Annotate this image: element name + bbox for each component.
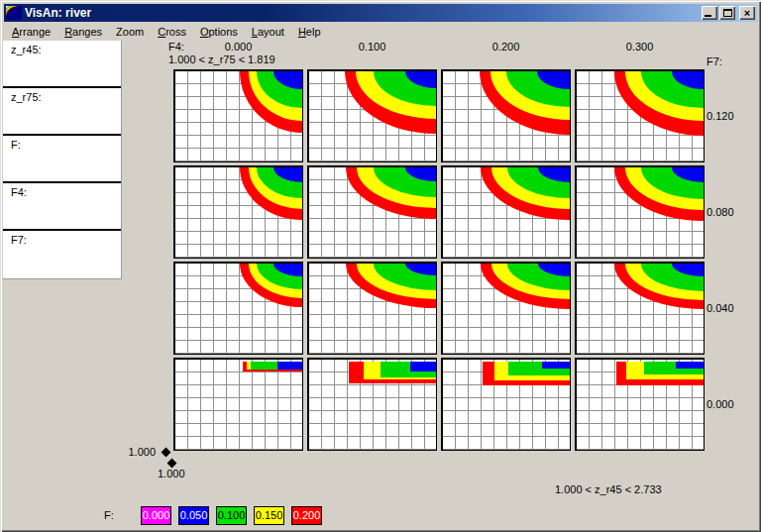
contour-plot-r4c1[interactable]	[173, 358, 303, 451]
contour-bands	[309, 71, 436, 161]
menu-item-options[interactable]: Options	[193, 24, 245, 41]
menu-item-help[interactable]: Help	[291, 24, 328, 41]
contour-bands	[577, 71, 704, 161]
contour-bands	[577, 167, 704, 258]
contour-plot-r2c1[interactable]	[173, 165, 303, 259]
app-icon	[6, 6, 22, 20]
title-bar: VisAn: river ×	[4, 4, 757, 22]
menu-item-ranges[interactable]: Ranges	[57, 24, 109, 41]
contour-bands	[443, 264, 570, 354]
contour-plot-r2c3[interactable]	[441, 165, 571, 259]
x-range-note: 1.000 < z_r75 < 1.819	[168, 53, 275, 65]
contour-plot-r4c2[interactable]	[307, 358, 437, 451]
legend-swatch-0.200[interactable]: 0.200	[291, 506, 322, 525]
x-cross-marker[interactable]	[167, 459, 177, 469]
x-axis-title: F4:	[168, 41, 184, 53]
contour-plot-r3c1[interactable]	[173, 262, 303, 355]
x-range-note-bottom: 1.000 < z_r45 < 2.733	[555, 483, 662, 495]
menu-item-layout[interactable]: Layout	[245, 24, 291, 41]
contour-plot-r1c2[interactable]	[307, 69, 437, 162]
field-label: F7:	[11, 234, 27, 246]
y-cross-marker[interactable]	[162, 448, 171, 458]
legend-swatch-0.100[interactable]: 0.100	[216, 506, 247, 525]
x-tick-label: 0.100	[359, 41, 386, 53]
contour-bands	[577, 360, 704, 450]
field-label: z_r75:	[11, 91, 42, 103]
menu-item-cross[interactable]: Cross	[151, 24, 193, 41]
menu-item-arrange[interactable]: Arrange	[5, 24, 57, 41]
contour-bands	[309, 360, 436, 450]
y-tick-label: 0.000	[707, 398, 734, 410]
y-tick-label: 0.040	[707, 302, 734, 314]
close-icon: ×	[744, 8, 750, 18]
parameter-panel: z_r45:z_r75:F:F4:F7:	[3, 41, 122, 279]
window-title: VisAn: river	[25, 6, 700, 20]
contour-plot-r1c3[interactable]	[441, 69, 571, 162]
y-tick-label: 0.120	[707, 110, 734, 122]
contour-bands	[443, 71, 570, 161]
x-tick-label: 0.000	[225, 41, 253, 53]
maximize-button[interactable]	[719, 6, 735, 20]
menu-bar: ArrangeRangesZoomCrossOptionsLayoutHelp	[4, 23, 757, 41]
contour-plot-r3c2[interactable]	[307, 262, 437, 355]
contour-bands	[443, 360, 570, 450]
contour-bands	[443, 167, 570, 258]
y-axis-title: F7:	[707, 55, 722, 67]
close-button[interactable]: ×	[739, 6, 755, 20]
contour-plot-r4c3[interactable]	[441, 358, 571, 451]
contour-bands	[175, 360, 302, 450]
field-f4[interactable]: F4:	[3, 183, 121, 231]
maximize-icon	[723, 9, 732, 17]
field-label: z_r45:	[11, 44, 42, 55]
legend-title: F:	[104, 509, 114, 521]
minimize-icon	[705, 15, 711, 17]
contour-plot-r4c4[interactable]	[575, 358, 705, 451]
field-z_r75[interactable]: z_r75:	[3, 88, 121, 136]
contour-plot-r3c4[interactable]	[575, 262, 705, 355]
contour-bands	[175, 264, 302, 354]
contour-plot-r1c1[interactable]	[173, 69, 303, 162]
x-origin-label: 1.000	[158, 468, 185, 479]
contour-plot-r2c4[interactable]	[575, 165, 705, 259]
field-label: F4:	[11, 186, 27, 198]
y-tick-label: 0.080	[707, 206, 734, 218]
legend-swatch-0.000[interactable]: 0.000	[141, 506, 171, 525]
y-origin-label: 1.000	[124, 446, 156, 458]
field-f7[interactable]: F7:	[3, 231, 121, 278]
contour-plot-r1c4[interactable]	[575, 69, 705, 162]
field-f[interactable]: F:	[3, 136, 121, 183]
x-tick-label: 0.300	[626, 41, 654, 53]
contour-bands	[309, 167, 436, 258]
contour-plot-r3c3[interactable]	[441, 262, 571, 355]
legend-swatch-0.150[interactable]: 0.150	[254, 506, 284, 525]
app-window: VisAn: river × ArrangeRangesZoomCrossOpt…	[0, 0, 761, 532]
contour-bands	[175, 71, 302, 161]
field-z_r45[interactable]: z_r45:	[3, 41, 121, 88]
contour-plot-r2c2[interactable]	[307, 165, 437, 259]
x-tick-label: 0.200	[492, 41, 520, 53]
contour-bands	[175, 167, 302, 258]
legend-swatch-0.050[interactable]: 0.050	[178, 506, 209, 525]
menu-item-zoom[interactable]: Zoom	[109, 24, 151, 41]
minimize-button[interactable]	[702, 6, 717, 20]
contour-bands	[309, 264, 436, 354]
contour-bands	[577, 264, 704, 354]
field-label: F:	[11, 139, 21, 151]
